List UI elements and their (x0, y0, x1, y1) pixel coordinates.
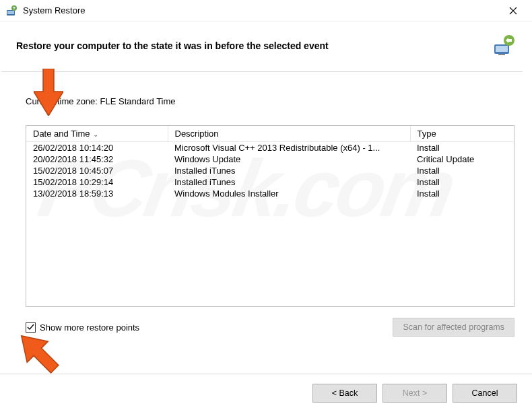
svg-rect-4 (496, 46, 508, 52)
cell-desc: Installed iTunes (168, 165, 410, 176)
column-header-description[interactable]: Description (168, 126, 410, 142)
cell-desc: Installed iTunes (168, 176, 410, 188)
table-row[interactable]: 15/02/2018 10:45:07Installed iTunesInsta… (26, 165, 514, 176)
page-heading: Restore your computer to the state it wa… (16, 40, 492, 51)
annotation-arrow-diagonal (16, 331, 65, 379)
cell-type: Install (410, 176, 514, 188)
restore-icon (5, 4, 19, 18)
cell-type: Critical Update (410, 153, 514, 165)
cell-type: Install (410, 165, 514, 176)
next-button: Next > (383, 384, 447, 403)
cancel-button[interactable]: Cancel (453, 384, 517, 403)
cell-date: 15/02/2018 10:45:07 (26, 165, 168, 176)
cell-date: 15/02/2018 10:29:14 (26, 176, 168, 188)
cell-type: Install (410, 188, 514, 199)
back-button[interactable]: < Back (312, 384, 377, 403)
table-row[interactable]: 26/02/2018 10:14:20Microsoft Visual C++ … (26, 142, 514, 154)
annotation-arrow-down (34, 69, 63, 116)
cell-date: 13/02/2018 18:59:13 (26, 188, 168, 199)
cell-desc: Windows Modules Installer (168, 188, 410, 199)
timezone-label: Current time zone: FLE Standard Time (26, 96, 514, 106)
cell-type: Install (410, 142, 514, 154)
restore-points-list[interactable]: Date and Time⌄ Description Type 26/02/20… (26, 125, 514, 307)
close-button[interactable] (500, 1, 527, 20)
table-row[interactable]: 20/02/2018 11:45:32Windows UpdateCritica… (26, 153, 514, 165)
table-row[interactable]: 13/02/2018 18:59:13Windows Modules Insta… (26, 188, 514, 199)
column-header-date-label: Date and Time (33, 129, 90, 139)
svg-rect-1 (7, 11, 14, 14)
table-row[interactable]: 15/02/2018 10:29:14Installed iTunesInsta… (26, 176, 514, 188)
title-bar: System Restore (0, 0, 532, 22)
sort-descending-icon: ⌄ (93, 131, 98, 138)
column-header-date[interactable]: Date and Time⌄ (26, 126, 168, 142)
wizard-footer: < Back Next > Cancel (0, 374, 532, 412)
cell-desc: Microsoft Visual C++ 2013 Redistributabl… (168, 142, 410, 154)
scan-affected-button: Scan for affected programs (393, 318, 514, 337)
svg-rect-5 (498, 54, 505, 55)
cell-date: 20/02/2018 11:45:32 (26, 153, 168, 165)
window-title: System Restore (23, 5, 500, 15)
restore-large-icon (492, 34, 516, 58)
header: Restore your computer to the state it wa… (0, 22, 532, 63)
column-header-type[interactable]: Type (410, 126, 514, 142)
cell-desc: Windows Update (168, 153, 410, 165)
cell-date: 26/02/2018 10:14:20 (26, 142, 168, 154)
